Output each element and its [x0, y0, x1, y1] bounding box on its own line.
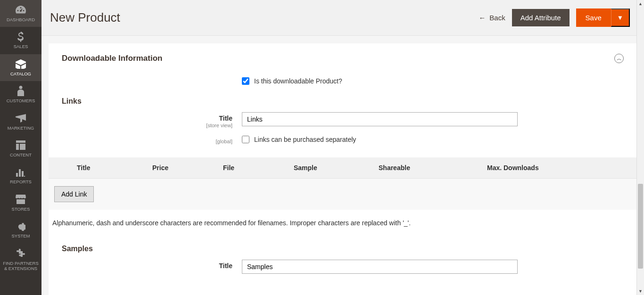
add-link-button[interactable]: Add Link — [54, 186, 94, 202]
main: New Product ← Back Add Attribute Save ▼ … — [41, 0, 644, 295]
links-separately-scope: [global] — [49, 139, 232, 144]
links-table-body: Add Link — [49, 179, 637, 210]
save-dropdown-toggle[interactable]: ▼ — [611, 8, 630, 27]
col-shareable: Shareable — [369, 164, 478, 172]
samples-title-input[interactable] — [242, 260, 518, 274]
samples-title-label: Title — [219, 262, 232, 270]
back-button[interactable]: ← Back — [479, 14, 505, 22]
sidebar-item-reports[interactable]: Reports — [0, 162, 41, 189]
page-title: New Product — [50, 10, 120, 25]
dollar-icon — [17, 32, 24, 42]
puzzle-icon — [16, 248, 25, 259]
storefront-icon — [16, 194, 26, 205]
add-attribute-button[interactable]: Add Attribute — [512, 9, 570, 26]
section-title: Downloadable Information — [62, 54, 162, 63]
links-separately-checkbox[interactable] — [242, 136, 249, 143]
gauge-icon — [16, 5, 26, 15]
sidebar-item-label: Catalog — [10, 71, 31, 76]
sidebar-item-label: Find Partners & Extensions — [2, 261, 40, 271]
sidebar-item-label: System — [11, 233, 30, 238]
sidebar-item-catalog[interactable]: Catalog — [0, 54, 41, 81]
caret-down-icon: ▼ — [617, 14, 623, 21]
content: Downloadable Information ︿ Is this downl… — [49, 43, 637, 295]
samples-title-row: Title — [49, 256, 637, 278]
col-file: File — [214, 164, 284, 172]
sidebar-item-dashboard[interactable]: Dashboard — [0, 0, 41, 27]
scroll-up-arrow-icon[interactable]: ▲ — [637, 0, 644, 8]
is-downloadable-checkbox-wrapper[interactable]: Is this downloadable Product? — [242, 77, 623, 85]
sidebar-item-stores[interactable]: Stores — [0, 189, 41, 216]
links-table-header: Title Price File Sample Shareable Max. D… — [49, 157, 637, 179]
bars-icon — [16, 167, 25, 177]
sidebar-item-label: Reports — [10, 179, 32, 184]
col-price: Price — [143, 164, 214, 172]
vertical-scrollbar[interactable]: ▲ ▼ — [636, 0, 644, 295]
links-separately-row: [global] Links can be purchased separate… — [49, 132, 637, 148]
sidebar-item-content[interactable]: Content — [0, 135, 41, 162]
scrollbar-thumb[interactable] — [638, 184, 643, 269]
back-label: Back — [489, 14, 505, 22]
sidebar-item-label: Content — [10, 152, 32, 157]
megaphone-icon — [16, 113, 26, 123]
links-separately-label: Links can be purchased separately — [254, 136, 356, 143]
sidebar-item-label: Marketing — [8, 125, 34, 131]
sidebar-item-label: Sales — [14, 44, 28, 49]
sidebar-item-label: Customers — [7, 98, 35, 103]
is-downloadable-checkbox[interactable] — [242, 77, 249, 85]
links-title-label: Title — [219, 115, 232, 122]
sidebar-item-marketing[interactable]: Marketing — [0, 108, 41, 135]
links-subsection-title: Links — [49, 89, 637, 108]
col-title: Title — [49, 164, 143, 172]
sidebar-item-label: Dashboard — [7, 17, 35, 22]
filename-helper-text: Alphanumeric, dash and underscore charac… — [49, 210, 637, 236]
sidebar-item-customers[interactable]: Customers — [0, 81, 41, 108]
links-separately-checkbox-wrapper[interactable]: Links can be purchased separately — [242, 136, 623, 143]
sidebar-item-system[interactable]: System — [0, 216, 41, 243]
is-downloadable-label: Is this downloadable Product? — [254, 77, 342, 85]
sidebar-item-label: Stores — [12, 206, 30, 212]
links-title-scope: [store view] — [49, 123, 232, 128]
header-actions: ← Back Add Attribute Save ▼ — [479, 8, 630, 27]
samples-subsection-title: Samples — [49, 236, 637, 256]
save-button[interactable]: Save — [576, 8, 611, 27]
save-split-button: Save ▼ — [576, 8, 630, 27]
col-sample: Sample — [284, 164, 369, 172]
links-title-row: Title [store view] — [49, 108, 637, 132]
scroll-down-arrow-icon[interactable]: ▼ — [637, 287, 644, 295]
links-title-input[interactable] — [242, 112, 518, 126]
person-icon — [17, 86, 24, 96]
gear-icon — [16, 221, 25, 231]
col-max-downloads: Max. Downloads — [478, 164, 610, 172]
layout-icon — [16, 140, 25, 150]
sidebar: Dashboard Sales Catalog Customers Market… — [0, 0, 41, 295]
chevron-up-icon: ︿ — [614, 54, 624, 63]
arrow-left-icon: ← — [479, 14, 486, 22]
box-icon — [16, 59, 26, 69]
section-toggle-downloadable[interactable]: Downloadable Information ︿ — [49, 43, 637, 74]
page-header: New Product ← Back Add Attribute Save ▼ — [41, 0, 644, 36]
is-downloadable-row: Is this downloadable Product? — [49, 74, 637, 89]
links-table: Title Price File Sample Shareable Max. D… — [49, 157, 637, 210]
sidebar-item-partners[interactable]: Find Partners & Extensions — [0, 244, 41, 276]
sidebar-item-sales[interactable]: Sales — [0, 27, 41, 54]
